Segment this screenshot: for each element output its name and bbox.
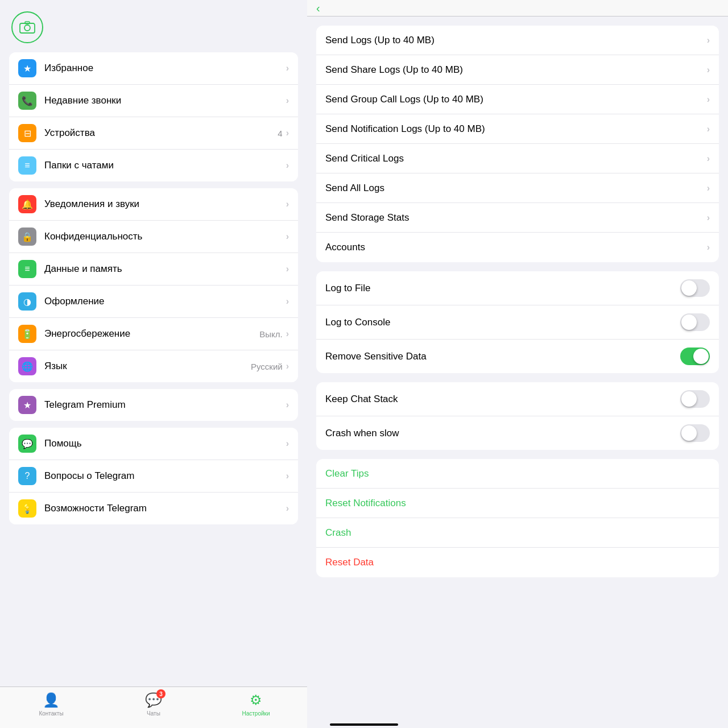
appearance-label: Оформление (44, 296, 286, 307)
devices-icon: ⊟ (18, 124, 36, 142)
settings-item-premium[interactable]: ★Telegram Premium› (9, 389, 298, 421)
debug-item-send-notification-logs[interactable]: Send Notification Logs (Up to 40 MB)› (316, 114, 719, 144)
debug-item-chevron-send-logs: › (707, 35, 710, 46)
debug-action-label-crash: Crash (325, 527, 351, 539)
devices-label: Устройства (44, 127, 278, 139)
tab-settings[interactable]: ⚙Настройки (233, 692, 279, 717)
chats-icon-wrap: 💬3 (145, 692, 162, 709)
appearance-chevron-icon: › (286, 296, 289, 307)
contacts-icon: 👤 (43, 692, 60, 708)
settings-item-privacy[interactable]: 🔒Конфиденциальность› (9, 221, 298, 253)
debug-item-chevron-accounts: › (707, 242, 710, 253)
chat_folders-icon: ≡ (18, 156, 36, 175)
debug-item-label-send-storage-stats: Send Storage Stats (325, 212, 707, 224)
data_storage-label: Данные и память (44, 263, 286, 275)
settings-item-notifications[interactable]: 🔔Уведомления и звуки› (9, 188, 298, 221)
toggle-log-to-file[interactable] (680, 279, 710, 297)
debug-toggle-label-remove-sensitive-data: Remove Sensitive Data (325, 351, 680, 362)
appearance-icon: ◑ (18, 292, 36, 311)
debug-action-reset-data[interactable]: Reset Data (316, 548, 719, 577)
debug-item-send-critical-logs[interactable]: Send Critical Logs› (316, 144, 719, 173)
faq-chevron-icon: › (286, 471, 289, 481)
debug-item-send-storage-stats[interactable]: Send Storage Stats› (316, 203, 719, 233)
settings-item-power_saving[interactable]: 🔋ЭнергосбережениеВыкл.› (9, 318, 298, 350)
settings-item-data_storage[interactable]: ≡Данные и память› (9, 253, 298, 286)
debug-toggle-item-log-to-file: Log to File (316, 271, 719, 305)
toggle-thumb-log-to-file (681, 280, 697, 296)
toggle-remove-sensitive-data[interactable] (680, 348, 710, 365)
notifications-chevron-icon: › (286, 199, 289, 209)
data_storage-icon: ≡ (18, 260, 36, 278)
tab-contacts[interactable]: 👤Контакты (28, 692, 74, 717)
svg-rect-2 (25, 22, 30, 24)
faq-label: Вопросы о Telegram (44, 470, 286, 482)
debug-item-send-all-logs[interactable]: Send All Logs› (316, 173, 719, 203)
debug-item-send-share-logs[interactable]: Send Share Logs (Up to 40 MB)› (316, 55, 719, 85)
features-label: Возможности Telegram (44, 503, 286, 514)
debug-item-accounts[interactable]: Accounts› (316, 233, 719, 262)
settings-item-features[interactable]: 💡Возможности Telegram› (9, 493, 298, 524)
power_saving-badge: Выкл. (259, 329, 282, 339)
debug-header: ‹ (307, 0, 728, 16)
settings-item-chat_folders[interactable]: ≡Папки с чатами› (9, 150, 298, 181)
power_saving-chevron-icon: › (286, 329, 289, 339)
chats-tab-label: Чаты (147, 710, 160, 717)
debug-action-reset-notifications[interactable]: Reset Notifications (316, 489, 719, 518)
power_saving-icon: 🔋 (18, 325, 36, 343)
tab-chats[interactable]: 💬3Чаты (131, 692, 176, 717)
debug-action-crash[interactable]: Crash (316, 518, 719, 548)
settings-item-recent_calls[interactable]: 📞Недавние звонки› (9, 85, 298, 117)
back-chevron-icon: ‹ (316, 2, 320, 15)
profile-photo-button[interactable] (11, 11, 43, 43)
debug-toggle-item-log-to-console: Log to Console (316, 305, 719, 340)
debug-content: Send Logs (Up to 40 MB)›Send Share Logs … (307, 16, 728, 728)
settings-tab-label: Настройки (242, 710, 270, 717)
premium-chevron-icon: › (286, 400, 289, 410)
favorites-icon: ★ (18, 59, 36, 77)
help-chevron-icon: › (286, 439, 289, 449)
debug-item-chevron-send-group-call-logs: › (707, 94, 710, 105)
debug-item-label-send-critical-logs: Send Critical Logs (325, 153, 707, 164)
settings-item-language[interactable]: 🌐ЯзыкРусский› (9, 350, 298, 382)
settings-icon: ⚙ (250, 692, 262, 708)
debug-item-chevron-send-storage-stats: › (707, 213, 710, 223)
settings-group-1: 🔔Уведомления и звуки›🔒Конфиденциальность… (9, 188, 298, 382)
recent_calls-icon: 📞 (18, 92, 36, 110)
debug-toggle-label-log-to-file: Log to File (325, 283, 680, 294)
debug-item-chevron-send-share-logs: › (707, 65, 710, 75)
devices-badge: 4 (278, 129, 282, 138)
debug-toggle-item-keep-chat-stack: Keep Chat Stack (316, 382, 719, 416)
tab-bar: 👤Контакты💬3Чаты⚙Настройки (0, 686, 307, 728)
settings-item-appearance[interactable]: ◑Оформление› (9, 286, 298, 318)
debug-item-label-send-logs: Send Logs (Up to 40 MB) (325, 35, 707, 46)
debug-item-send-group-call-logs[interactable]: Send Group Call Logs (Up to 40 MB)› (316, 85, 719, 114)
recent_calls-label: Недавние звонки (44, 95, 286, 106)
power_saving-label: Энергосбережение (44, 328, 259, 340)
debug-toggle-label-keep-chat-stack: Keep Chat Stack (325, 394, 680, 405)
debug-action-clear-tips[interactable]: Clear Tips (316, 459, 719, 489)
settings-icon-wrap: ⚙ (247, 692, 264, 709)
toggle-crash-when-slow[interactable] (680, 424, 710, 442)
debug-item-label-send-share-logs: Send Share Logs (Up to 40 MB) (325, 64, 707, 76)
privacy-icon: 🔒 (18, 228, 36, 246)
toggle-log-to-console[interactable] (680, 313, 710, 331)
settings-item-devices[interactable]: ⊟Устройства4› (9, 117, 298, 150)
settings-item-favorites[interactable]: ★Избранное› (9, 52, 298, 85)
debug-toggle-item-remove-sensitive-data: Remove Sensitive Data (316, 340, 719, 373)
settings-item-help[interactable]: 💬Помощь› (9, 428, 298, 460)
svg-point-1 (24, 25, 30, 31)
toggle-keep-chat-stack[interactable] (680, 390, 710, 408)
debug-item-send-logs[interactable]: Send Logs (Up to 40 MB)› (316, 26, 719, 55)
back-button[interactable]: ‹ (316, 2, 322, 15)
left-panel: ★Избранное›📞Недавние звонки›⊟Устройства4… (0, 0, 307, 728)
debug-action-group: Clear TipsReset NotificationsCrashReset … (316, 459, 719, 577)
debug-action-label-reset-notifications: Reset Notifications (325, 498, 406, 509)
right-panel: ‹ Send Logs (Up to 40 MB)›Send Share Log… (307, 0, 728, 728)
help-icon: 💬 (18, 435, 36, 453)
language-badge: Русский (251, 362, 283, 371)
debug-log-group: Send Logs (Up to 40 MB)›Send Share Logs … (316, 26, 719, 262)
recent_calls-chevron-icon: › (286, 96, 289, 106)
settings-item-faq[interactable]: ?Вопросы о Telegram› (9, 460, 298, 493)
favorites-label: Избранное (44, 63, 286, 74)
notifications-icon: 🔔 (18, 195, 36, 213)
